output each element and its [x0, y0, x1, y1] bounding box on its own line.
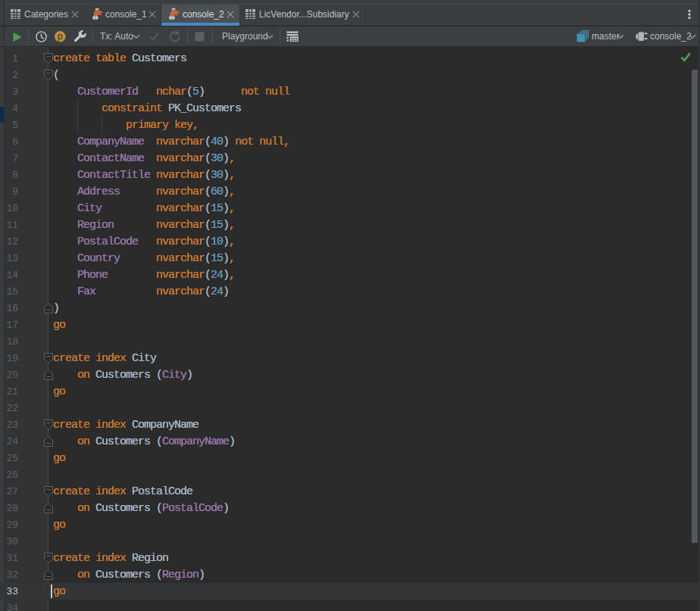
svg-text:p: p — [58, 32, 64, 42]
